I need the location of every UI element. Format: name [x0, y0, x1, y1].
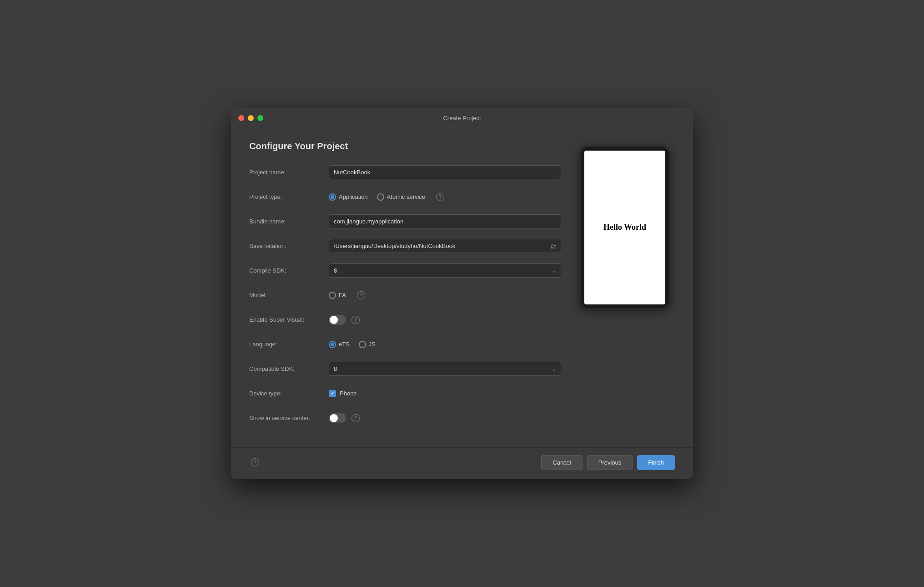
language-label: Language: — [249, 341, 329, 348]
compile-sdk-control: 8 ⌄ — [329, 263, 561, 278]
close-button[interactable] — [238, 115, 244, 121]
enable-super-visual-toggle-knob — [330, 316, 338, 324]
show-in-service-center-toggle-knob — [330, 414, 338, 422]
application-radio-option[interactable]: Application — [329, 193, 368, 201]
compile-sdk-chevron-icon: ⌄ — [552, 268, 556, 274]
project-name-label: Project name: — [249, 169, 329, 176]
atomic-service-radio-btn[interactable] — [377, 193, 384, 201]
device-type-label: Device type: — [249, 390, 329, 397]
bundle-name-input[interactable] — [329, 214, 561, 228]
compatible-sdk-select[interactable]: 8 ⌄ — [329, 362, 561, 376]
finish-button[interactable]: Finish — [637, 455, 675, 470]
show-in-service-center-wrapper: ? — [329, 413, 561, 423]
phone-checkbox[interactable]: ✓ — [329, 390, 336, 397]
js-radio-btn[interactable] — [359, 341, 366, 348]
phone-mockup: Hello World — [579, 146, 670, 309]
device-type-row: Device type: ✓ Phone — [249, 385, 561, 402]
enable-super-visual-toggle[interactable] — [329, 315, 346, 325]
project-type-control: Application Atomic service ? — [329, 193, 561, 201]
phone-checkmark-icon: ✓ — [331, 391, 334, 396]
language-row: Language: eTS JS — [249, 336, 561, 353]
application-radio-label: Application — [339, 193, 368, 200]
main-content: Configure Your Project Project name: Pro… — [231, 128, 693, 447]
save-location-control: 🗂 — [329, 239, 561, 253]
enable-super-visual-row: Enable Super Visual: ? — [249, 312, 561, 328]
previous-button[interactable]: Previous — [587, 455, 633, 470]
preview-area: Hello World — [575, 141, 675, 435]
project-type-row: Project type: Application Atomic service… — [249, 189, 561, 205]
project-name-control — [329, 165, 561, 179]
project-type-help-icon[interactable]: ? — [436, 193, 444, 201]
phone-screen: Hello World — [584, 151, 665, 304]
language-radio-group: eTS JS — [329, 341, 561, 348]
atomic-service-radio-option[interactable]: Atomic service — [377, 193, 426, 201]
show-in-service-center-toggle[interactable] — [329, 413, 346, 423]
compatible-sdk-control: 8 ⌄ — [329, 362, 561, 376]
page-title: Configure Your Project — [249, 141, 561, 152]
bundle-name-label: Bundle name: — [249, 218, 329, 225]
enable-super-visual-label: Enable Super Visual: — [249, 316, 329, 323]
js-radio-label: JS — [369, 341, 376, 348]
device-type-control: ✓ Phone — [329, 390, 561, 397]
phone-checkbox-label: Phone — [340, 390, 357, 397]
compile-sdk-row: Compile SDK: 8 ⌄ — [249, 263, 561, 279]
atomic-service-radio-label: Atomic service — [387, 193, 426, 200]
fa-radio-label: FA — [339, 292, 346, 299]
footer-left: ? — [249, 458, 259, 466]
hello-world-text: Hello World — [603, 223, 646, 232]
compile-sdk-select[interactable]: 8 ⌄ — [329, 263, 561, 278]
model-label: Model: — [249, 292, 329, 299]
model-row: Model: FA ? — [249, 287, 561, 304]
ets-radio-label: eTS — [339, 341, 350, 348]
compile-sdk-label: Compile SDK: — [249, 267, 329, 274]
show-in-service-center-row: Show in service center: ? — [249, 410, 561, 426]
compile-sdk-value: 8 — [334, 267, 337, 274]
create-project-window: Create Project Configure Your Project Pr… — [231, 108, 693, 479]
model-radio-group: FA ? — [329, 291, 561, 299]
language-control: eTS JS — [329, 341, 561, 348]
show-in-service-center-help-icon[interactable]: ? — [352, 414, 360, 422]
model-control: FA ? — [329, 291, 561, 299]
enable-super-visual-wrapper: ? — [329, 315, 561, 325]
ets-radio-btn[interactable] — [329, 341, 336, 348]
minimize-button[interactable] — [248, 115, 254, 121]
folder-icon[interactable]: 🗂 — [550, 243, 557, 250]
enable-super-visual-control: ? — [329, 315, 561, 325]
traffic-lights — [238, 115, 263, 121]
project-type-label: Project type: — [249, 193, 329, 200]
footer-right: Cancel Previous Finish — [541, 455, 675, 470]
project-name-input[interactable] — [329, 165, 561, 179]
footer: ? Cancel Previous Finish — [231, 447, 693, 479]
cancel-button[interactable]: Cancel — [541, 455, 582, 470]
save-location-input-wrapper: 🗂 — [329, 239, 561, 253]
show-in-service-center-label: Show in service center: — [249, 415, 329, 421]
enable-super-visual-help-icon[interactable]: ? — [352, 316, 360, 324]
compatible-sdk-value: 8 — [334, 365, 337, 372]
bundle-name-control — [329, 214, 561, 228]
save-location-row: Save location: 🗂 — [249, 238, 561, 254]
application-radio-btn[interactable] — [329, 193, 336, 201]
ets-radio-option[interactable]: eTS — [329, 341, 350, 348]
project-type-radio-group: Application Atomic service ? — [329, 193, 561, 201]
save-location-label: Save location: — [249, 243, 329, 249]
phone-checkbox-option[interactable]: ✓ Phone — [329, 390, 561, 397]
project-name-row: Project name: — [249, 164, 561, 181]
compatible-sdk-row: Compatible SDK: 8 ⌄ — [249, 361, 561, 377]
compatible-sdk-label: Compatible SDK: — [249, 365, 329, 372]
model-help-icon[interactable]: ? — [357, 291, 365, 299]
save-location-input[interactable] — [329, 239, 561, 253]
maximize-button[interactable] — [257, 115, 263, 121]
compatible-sdk-chevron-icon: ⌄ — [552, 366, 556, 372]
form-area: Configure Your Project Project name: Pro… — [249, 141, 561, 435]
footer-help-icon[interactable]: ? — [251, 458, 259, 466]
fa-radio-option[interactable]: FA — [329, 292, 346, 299]
window-title: Create Project — [443, 115, 481, 121]
bundle-name-row: Bundle name: — [249, 213, 561, 230]
js-radio-option[interactable]: JS — [359, 341, 376, 348]
show-in-service-center-control: ? — [329, 413, 561, 423]
titlebar: Create Project — [231, 108, 693, 128]
fa-radio-btn[interactable] — [329, 292, 336, 299]
